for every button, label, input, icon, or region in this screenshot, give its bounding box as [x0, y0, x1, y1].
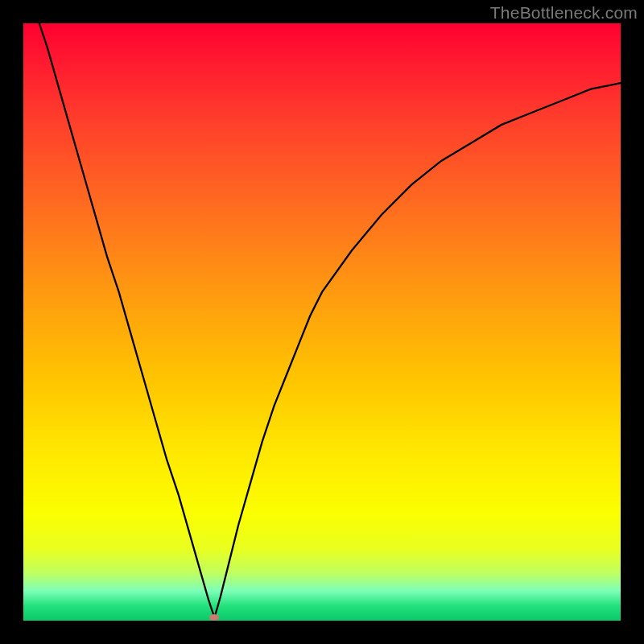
- chart-container: TheBottleneck.com: [0, 0, 644, 644]
- plot-area: [23, 23, 621, 621]
- optimal-point-marker: [209, 614, 219, 621]
- watermark: TheBottleneck.com: [490, 3, 638, 23]
- bottleneck-curve: [23, 23, 621, 621]
